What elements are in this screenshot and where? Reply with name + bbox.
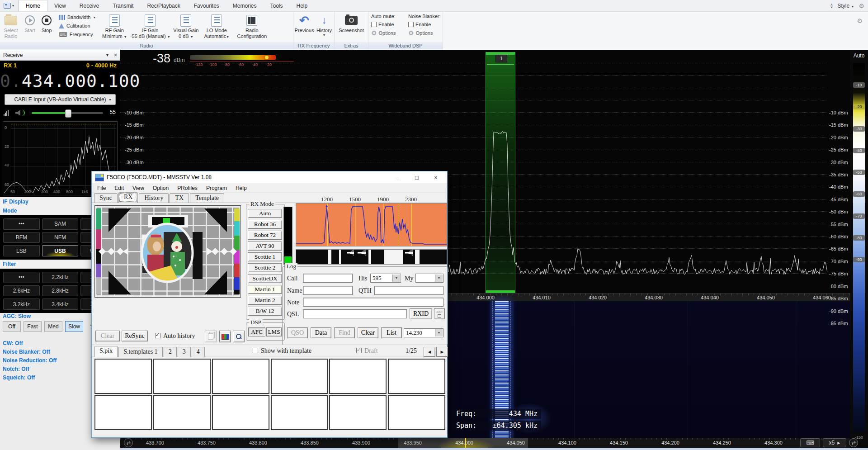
zoom-button[interactable]: x5▶ xyxy=(823,438,846,447)
level-bars-icon[interactable] xyxy=(4,109,9,116)
filter-button[interactable]: ••• xyxy=(3,272,40,283)
status-line[interactable]: CW: Off xyxy=(3,339,57,348)
ribbon-tab[interactable]: Memories xyxy=(226,0,264,11)
call-input[interactable] xyxy=(303,274,353,283)
center-button[interactable]: ⇄ xyxy=(849,438,858,447)
ribbon-tab[interactable]: Help xyxy=(290,0,315,11)
screenshot-button[interactable]: Screenshot xyxy=(335,12,368,42)
mmsstv-tab[interactable]: RX xyxy=(118,192,138,203)
status-line[interactable]: Squelch: Off xyxy=(3,374,57,382)
mode-button[interactable]: LSB xyxy=(3,245,40,256)
mmsstv-tab[interactable]: Template xyxy=(190,193,224,203)
rx-mode-button[interactable]: AVT 90 xyxy=(248,242,282,251)
rx-mode-button[interactable]: Robot 72 xyxy=(248,231,282,240)
status-line[interactable]: Notch: Off xyxy=(3,365,57,374)
mode-button[interactable]: NFM xyxy=(42,232,79,243)
ribbon-tab[interactable]: Favourites xyxy=(187,0,226,11)
ribbon-tab[interactable]: Receive xyxy=(73,0,106,11)
stock-tab[interactable]: S.pix xyxy=(94,346,118,357)
resync-button[interactable]: ReSync xyxy=(122,331,148,341)
slider-thumb[interactable] xyxy=(65,109,71,118)
gear-icon[interactable]: ⚙ xyxy=(859,2,864,9)
qsl-input[interactable] xyxy=(303,309,407,318)
note-input[interactable] xyxy=(303,298,443,307)
filter-button[interactable]: 2.6kHz xyxy=(3,285,40,297)
ribbon-tab[interactable]: View xyxy=(47,0,73,11)
volume-slider[interactable] xyxy=(32,112,103,114)
mode-button[interactable]: ••• xyxy=(3,218,40,230)
rx-mode-button[interactable]: Auto xyxy=(248,209,282,218)
close-button[interactable]: × xyxy=(426,171,445,183)
mmsstv-window[interactable]: F5OEO (F5OEO.MDT) - MMSSTV Ver 1.08 – □ … xyxy=(91,171,448,438)
minimize-button[interactable]: – xyxy=(388,171,407,183)
draft-checkbox[interactable] xyxy=(356,348,362,353)
rx-mode-button[interactable]: Martin 1 xyxy=(248,285,282,294)
log-action-button[interactable]: Clear xyxy=(358,327,378,338)
rx-mode-button[interactable]: B/W 12 xyxy=(248,307,282,316)
stock-picture-slot[interactable] xyxy=(271,359,328,394)
gear-icon[interactable]: ⚙ xyxy=(857,17,863,24)
if-gain-button[interactable]: IF Gain -55 dB (Manual) ▼ xyxy=(129,12,171,42)
magnify-button[interactable] xyxy=(233,331,245,342)
legend-auto-label[interactable]: Auto xyxy=(850,52,868,59)
frequency-button[interactable]: ⌨Frequency xyxy=(59,31,96,38)
lo-mode-button[interactable]: LO Mode Automatic▼ xyxy=(201,12,232,42)
auto-mute-options-button[interactable]: ⚙Options xyxy=(371,29,405,36)
agc-button[interactable]: Off xyxy=(3,321,21,332)
mode-button[interactable]: USB xyxy=(42,245,79,256)
stock-tab[interactable]: 3 xyxy=(178,347,191,357)
stock-picture-slot[interactable] xyxy=(271,395,328,431)
bandwidth-button[interactable]: Bandwidth▼ xyxy=(59,14,96,21)
my-combo[interactable]: ▼ xyxy=(415,274,443,283)
log-action-button[interactable]: Data xyxy=(311,327,331,338)
name-input[interactable] xyxy=(303,286,353,295)
log-action-button[interactable]: List xyxy=(381,327,402,338)
collapse-icon[interactable]: ▾ xyxy=(106,52,108,57)
log-action-button[interactable]: Find xyxy=(334,327,355,338)
mmsstv-tab[interactable]: Sync xyxy=(94,193,118,203)
previous-page-button[interactable]: ◀ xyxy=(424,347,435,357)
band-combo[interactable]: 14.230▼ xyxy=(404,328,443,337)
filter-button[interactable]: 2.8kHz xyxy=(42,285,79,297)
receive-panel-header[interactable]: Receive ▾ × xyxy=(0,50,120,61)
stock-picture-slot[interactable] xyxy=(329,359,387,394)
stock-tab[interactable]: S.templates 1 xyxy=(118,347,162,357)
style-menu[interactable]: Style ▼ xyxy=(837,3,854,9)
lms-button[interactable]: LMS xyxy=(266,327,282,336)
mmsstv-tab[interactable]: TX xyxy=(170,193,189,203)
menu-item[interactable]: Program xyxy=(206,185,227,191)
auto-history-checkbox[interactable] xyxy=(155,333,160,338)
show-with-template-checkbox[interactable] xyxy=(253,348,258,353)
mode-button[interactable]: BFM xyxy=(3,232,40,243)
filter-button[interactable]: 2.2kHz xyxy=(42,272,79,283)
image-tools-button[interactable] xyxy=(219,331,231,342)
ribbon-tab[interactable]: Tools xyxy=(264,0,290,11)
rx-mode-button[interactable]: Scottie 2 xyxy=(248,263,282,272)
pan-button[interactable]: ⇄ xyxy=(124,438,133,447)
audio-source-dropdown[interactable]: CABLE Input (VB-Audio Virtual Cable) ▼ xyxy=(5,94,116,105)
stock-picture-slot[interactable] xyxy=(153,359,211,394)
filter-button[interactable]: 3.4kHz xyxy=(42,298,79,310)
status-line[interactable]: Noise Reduction: Off xyxy=(3,356,57,365)
calibration-button[interactable]: Calibration xyxy=(59,22,96,29)
rx-mode-button[interactable]: Scottie 1 xyxy=(248,252,282,261)
select-radio-button[interactable]: Select Radio xyxy=(0,12,22,42)
auto-mute-enable-checkbox[interactable]: Enable xyxy=(371,21,405,28)
agc-button[interactable]: Med xyxy=(44,321,62,332)
rf-gain-button[interactable]: RF Gain Minimum ▼ xyxy=(99,12,129,42)
afc-button[interactable]: AFC xyxy=(248,327,265,336)
history-button[interactable]: ↓ History ▼ xyxy=(315,12,333,42)
rx-mode-button[interactable]: Martin 2 xyxy=(248,296,282,305)
stock-picture-slot[interactable] xyxy=(94,395,152,431)
filter-button[interactable]: 3.2kHz xyxy=(3,298,40,310)
menu-item[interactable]: File xyxy=(97,185,106,191)
visual-gain-button[interactable]: Visual Gain 0 dB ▼ xyxy=(171,12,201,42)
app-menu-button[interactable]: ▼ xyxy=(0,0,19,11)
log-action-button[interactable]: QSO xyxy=(287,327,308,338)
stock-tab[interactable]: 2 xyxy=(164,347,177,357)
clear-image-button[interactable]: Clear xyxy=(95,331,120,341)
keyboard-entry-button[interactable]: ⌨ xyxy=(800,438,820,447)
start-button[interactable]: Start xyxy=(22,12,38,42)
mmsstv-tab[interactable]: History xyxy=(139,193,169,203)
agc-button[interactable]: Fast xyxy=(24,321,42,332)
